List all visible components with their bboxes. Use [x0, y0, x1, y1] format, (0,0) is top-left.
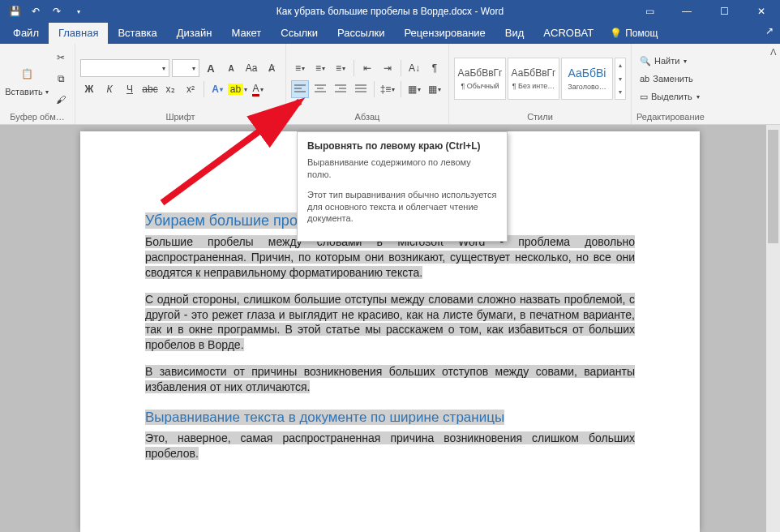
group-font-label: Шрифт: [80, 110, 281, 124]
sort-icon[interactable]: A↓: [405, 59, 423, 77]
save-icon[interactable]: 💾: [5, 2, 24, 21]
group-clipboard-label: Буфер обм…: [5, 110, 70, 124]
show-marks-icon[interactable]: ¶: [426, 59, 444, 77]
doc-paragraph-4: Это, наверное, самая распространенная пр…: [145, 431, 635, 461]
bullets-icon[interactable]: ≡▾: [291, 59, 309, 77]
numbering-icon[interactable]: ≡▾: [311, 59, 329, 77]
italic-button[interactable]: К: [101, 80, 118, 98]
window-title: Как убрать большие пробелы в Ворде.docx …: [276, 6, 504, 17]
find-icon: 🔍: [640, 56, 651, 66]
scrollbar-thumb[interactable]: [768, 130, 778, 243]
tab-insert[interactable]: Вставка: [108, 22, 166, 44]
quick-access-toolbar: 💾 ↶ ↷ ▾: [0, 2, 88, 21]
styles-more-icon[interactable]: ▴▾▾: [615, 58, 626, 100]
align-center-button[interactable]: [311, 80, 329, 98]
group-styles-label: Стили: [454, 110, 626, 124]
tell-me-label: Помощ: [625, 28, 658, 39]
group-styles: АаБбВвГг ¶ Обычный АаБбВвГг ¶ Без инте… …: [449, 44, 632, 124]
maximize-icon[interactable]: ☐: [705, 0, 743, 23]
copy-icon[interactable]: ⧉: [52, 70, 70, 88]
shrink-font-icon[interactable]: A: [222, 59, 240, 77]
highlight-icon[interactable]: ab▾: [229, 80, 246, 98]
tab-home[interactable]: Главная: [49, 22, 108, 44]
font-family-combo[interactable]: ▾: [80, 59, 169, 77]
group-paragraph: ≡▾ ≡▾ ≡▾ ⇤ ⇥ A↓ ¶: [286, 44, 449, 124]
align-left-button[interactable]: [291, 80, 309, 98]
select-icon: ▭: [640, 92, 648, 102]
tab-file[interactable]: Файл: [3, 22, 49, 44]
qat-customize-icon[interactable]: ▾: [68, 2, 88, 21]
close-icon[interactable]: ✕: [743, 0, 780, 23]
window-controls: ▭ — ☐ ✕: [631, 0, 780, 23]
style-no-spacing[interactable]: АаБбВвГг ¶ Без инте…: [508, 58, 559, 100]
increase-indent-icon[interactable]: ⇥: [379, 59, 396, 77]
format-painter-icon[interactable]: 🖌: [52, 91, 70, 109]
tab-acrobat[interactable]: ACROBAT: [534, 22, 603, 44]
decrease-indent-icon[interactable]: ⇤: [358, 59, 376, 77]
group-editing-label: Редактирование: [636, 110, 705, 124]
shading-icon[interactable]: ▦▾: [405, 80, 423, 98]
tooltip-text-1: Выравнивание содержимого по левому полю.: [307, 157, 497, 181]
group-font: ▾ ▾ A A Aa A̷ Ж К Ч abc x₂ x² A▾ ab▾: [75, 44, 286, 124]
ribbon-tabs: Файл Главная Вставка Дизайн Макет Ссылки…: [0, 23, 780, 44]
font-size-combo[interactable]: ▾: [172, 59, 199, 77]
underline-button[interactable]: Ч: [121, 80, 139, 98]
paste-button[interactable]: 📋 Вставить▾: [5, 50, 49, 107]
line-spacing-icon[interactable]: ‡≡▾: [379, 80, 396, 98]
strike-button[interactable]: abc: [141, 80, 159, 98]
doc-paragraph-2: С одной стороны, слишком большие отступы…: [145, 292, 635, 354]
superscript-button[interactable]: x²: [182, 80, 199, 98]
ribbon-options-icon[interactable]: ▭: [631, 0, 668, 23]
doc-paragraph-3: В зависимости от причины возникновения б…: [145, 364, 635, 395]
tell-me[interactable]: 💡 Помощ: [610, 28, 658, 44]
replace-button[interactable]: ab Заменить: [636, 71, 703, 87]
multilevel-icon[interactable]: ≡▾: [332, 59, 349, 77]
undo-icon[interactable]: ↶: [26, 2, 45, 21]
tab-layout[interactable]: Макет: [221, 22, 271, 44]
text-effects-icon[interactable]: A▾: [208, 80, 226, 98]
find-button[interactable]: 🔍 Найти▾: [636, 53, 703, 69]
group-editing: 🔍 Найти▾ ab Заменить ▭ Выделить▾ Редакти…: [632, 44, 709, 124]
redo-icon[interactable]: ↷: [47, 2, 66, 21]
tooltip-align-left: Выровнять по левому краю (Ctrl+L) Выравн…: [297, 131, 508, 242]
select-button[interactable]: ▭ Выделить▾: [636, 88, 703, 105]
titlebar: 💾 ↶ ↷ ▾ Как убрать большие пробелы в Вор…: [0, 0, 780, 23]
clipboard-icon: 📋: [14, 61, 40, 87]
doc-heading-2: Выравнивание текста в документе по ширин…: [145, 410, 635, 426]
tooltip-text-2: Этот тип выравнивания обычно используетс…: [307, 189, 497, 225]
minimize-icon[interactable]: —: [668, 0, 705, 23]
share-button[interactable]: ↗: [765, 25, 774, 41]
change-case-icon[interactable]: Aa: [242, 59, 260, 77]
borders-icon[interactable]: ▦▾: [426, 80, 444, 98]
bulb-icon: 💡: [610, 28, 622, 39]
bold-button[interactable]: Ж: [80, 80, 98, 98]
vertical-scrollbar[interactable]: [766, 125, 780, 532]
tab-review[interactable]: Рецензирование: [394, 22, 495, 44]
subscript-button[interactable]: x₂: [161, 80, 179, 98]
paste-label: Вставить: [5, 87, 43, 97]
grow-font-icon[interactable]: A: [202, 59, 220, 77]
tab-references[interactable]: Ссылки: [271, 22, 328, 44]
collapse-ribbon-icon[interactable]: ᐱ: [770, 47, 777, 58]
tab-mailings[interactable]: Рассылки: [328, 22, 394, 44]
group-paragraph-label: Абзац: [291, 110, 444, 124]
clear-format-icon[interactable]: A̷: [263, 59, 281, 77]
tab-design[interactable]: Дизайн: [167, 22, 222, 44]
cut-icon[interactable]: ✂: [52, 49, 70, 66]
tab-view[interactable]: Вид: [495, 22, 534, 44]
group-clipboard: 📋 Вставить▾ ✂ ⧉ 🖌 Буфер обм…: [0, 44, 75, 124]
replace-icon: ab: [640, 74, 649, 84]
tooltip-title: Выровнять по левому краю (Ctrl+L): [307, 140, 497, 152]
style-normal[interactable]: АаБбВвГг ¶ Обычный: [454, 58, 506, 100]
align-justify-button[interactable]: [352, 80, 370, 98]
font-color-icon[interactable]: A▾: [249, 80, 267, 98]
style-heading1[interactable]: АаБбВі Заголово…: [561, 58, 613, 100]
ribbon: 📋 Вставить▾ ✂ ⧉ 🖌 Буфер обм… ▾ ▾ A A Aa …: [0, 44, 780, 125]
align-right-button[interactable]: [332, 80, 349, 98]
